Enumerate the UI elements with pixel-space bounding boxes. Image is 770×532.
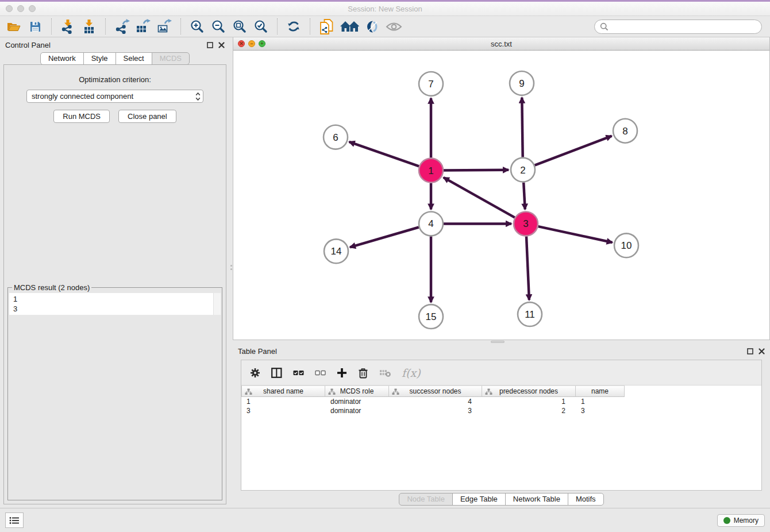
network-analyzer-icon[interactable] bbox=[364, 18, 380, 35]
tab-network-table[interactable]: Network Table bbox=[505, 493, 568, 506]
criterion-dropdown[interactable]: strongly connected component bbox=[26, 90, 203, 103]
first-neighbors-icon[interactable] bbox=[340, 18, 359, 35]
graph-edge-3-1[interactable] bbox=[444, 178, 515, 218]
graph-node-4[interactable]: 4 bbox=[419, 211, 443, 236]
graph-node-3[interactable]: 3 bbox=[514, 211, 538, 236]
zoom-out-icon[interactable] bbox=[210, 18, 226, 35]
network-close-button[interactable]: ✕ bbox=[238, 40, 245, 47]
svg-text:1: 1 bbox=[428, 165, 433, 176]
table-header-row: shared name MCDS role successor nodes bbox=[241, 385, 761, 397]
graph-node-9[interactable]: 9 bbox=[510, 71, 534, 95]
zoom-in-icon[interactable] bbox=[189, 18, 205, 35]
import-network-icon[interactable] bbox=[60, 18, 76, 35]
table-settings-gear-icon[interactable] bbox=[250, 368, 260, 378]
task-history-button[interactable] bbox=[5, 512, 24, 528]
close-table-panel-icon[interactable] bbox=[759, 348, 765, 354]
mcds-tab-content: Optimization criterion: strongly connect… bbox=[3, 64, 226, 504]
tab-mcds[interactable]: MCDS bbox=[152, 52, 190, 65]
graph-node-2[interactable]: 2 bbox=[511, 158, 535, 182]
export-table-icon[interactable] bbox=[135, 18, 151, 35]
create-column-plus-icon[interactable] bbox=[337, 368, 347, 378]
network-minimize-button[interactable]: − bbox=[248, 40, 255, 47]
table-cell[interactable]: 2 bbox=[482, 407, 576, 415]
network-canvas[interactable]: 7968124314101511 bbox=[233, 51, 769, 340]
network-maximize-button[interactable]: + bbox=[259, 40, 265, 47]
column-tree-icon bbox=[392, 388, 399, 395]
graph-edge-3-10[interactable] bbox=[538, 226, 613, 242]
zoom-fit-icon[interactable] bbox=[232, 18, 248, 35]
graph-edge-4-14[interactable] bbox=[350, 227, 419, 247]
svg-text:11: 11 bbox=[525, 309, 535, 320]
import-table-icon[interactable] bbox=[81, 18, 97, 35]
memory-status-icon bbox=[723, 517, 730, 524]
graph-node-10[interactable]: 10 bbox=[614, 233, 638, 257]
graph-node-6[interactable]: 6 bbox=[324, 125, 348, 149]
horizontal-splitter[interactable] bbox=[233, 340, 770, 344]
graph-node-11[interactable]: 11 bbox=[518, 302, 542, 326]
search-input[interactable] bbox=[611, 22, 756, 31]
table-cell[interactable]: 3 bbox=[241, 407, 325, 415]
mcds-buttons: Run MCDS Close panel bbox=[4, 110, 226, 123]
graph-edge-3-11[interactable] bbox=[526, 236, 529, 300]
export-image-icon[interactable] bbox=[156, 18, 172, 35]
table-cell[interactable]: 1 bbox=[482, 398, 576, 406]
column-header-name[interactable]: name bbox=[576, 385, 625, 397]
graph-edge-1-2[interactable] bbox=[444, 170, 509, 171]
graph-node-14[interactable]: 14 bbox=[324, 239, 348, 263]
graph-node-1[interactable]: 1 bbox=[419, 159, 443, 183]
open-session-folder-icon[interactable] bbox=[6, 18, 22, 35]
mcds-result-list[interactable]: 1 3 bbox=[9, 293, 221, 315]
tab-select[interactable]: Select bbox=[116, 52, 152, 65]
table-cell[interactable]: 1 bbox=[241, 398, 325, 406]
window-title: Session: New Session bbox=[0, 5, 770, 13]
tab-node-table[interactable]: Node Table bbox=[399, 493, 453, 506]
graph-node-7[interactable]: 7 bbox=[419, 72, 443, 96]
export-network-icon[interactable] bbox=[114, 18, 130, 35]
status-bar: Memory bbox=[0, 508, 770, 532]
column-header-successor-nodes[interactable]: successor nodes bbox=[389, 385, 482, 397]
zoom-selected-icon[interactable] bbox=[253, 18, 269, 35]
column-tree-icon bbox=[245, 388, 252, 395]
memory-button[interactable]: Memory bbox=[717, 514, 765, 527]
close-panel-button[interactable]: Close panel bbox=[118, 110, 176, 123]
table-cell[interactable]: 3 bbox=[389, 407, 482, 415]
search-icon bbox=[600, 22, 609, 31]
graph-edge-2-9[interactable] bbox=[522, 98, 522, 157]
run-mcds-button[interactable]: Run MCDS bbox=[53, 110, 110, 123]
vertical-splitter[interactable] bbox=[230, 37, 233, 508]
tab-motifs[interactable]: Motifs bbox=[568, 493, 604, 506]
show-hide-eye-icon[interactable] bbox=[386, 18, 402, 35]
refresh-layout-icon[interactable] bbox=[286, 18, 302, 35]
control-panel-tabs: Network Style Select MCDS bbox=[0, 52, 230, 65]
delete-column-trash-icon[interactable] bbox=[358, 367, 368, 379]
select-all-columns-icon[interactable] bbox=[293, 368, 304, 378]
save-session-icon[interactable] bbox=[27, 18, 43, 35]
graph-edge-2-8[interactable] bbox=[535, 136, 612, 165]
svg-text:6: 6 bbox=[333, 132, 338, 143]
table-cell[interactable]: 4 bbox=[389, 398, 482, 406]
graph-edge-2-3[interactable] bbox=[523, 183, 525, 210]
toolbar-separator bbox=[51, 18, 52, 34]
graph-edge-1-6[interactable] bbox=[349, 142, 419, 166]
column-header-mcds-role[interactable]: MCDS role bbox=[325, 385, 389, 397]
column-header-predecessor-nodes[interactable]: predecessor nodes bbox=[482, 385, 576, 397]
float-panel-icon[interactable] bbox=[207, 42, 213, 48]
column-header-shared-name[interactable]: shared name bbox=[241, 385, 325, 397]
table-tabs: Node Table Edge Table Network Table Moti… bbox=[233, 491, 770, 508]
show-columns-icon[interactable] bbox=[271, 368, 282, 378]
tab-network[interactable]: Network bbox=[40, 52, 84, 65]
table-cell[interactable]: dominator bbox=[325, 407, 389, 415]
graph-node-8[interactable]: 8 bbox=[613, 119, 637, 143]
result-scrollbar[interactable] bbox=[213, 293, 221, 315]
float-table-panel-icon[interactable] bbox=[747, 348, 753, 354]
table-cell[interactable]: 1 bbox=[576, 398, 625, 406]
new-network-from-selection-icon[interactable] bbox=[318, 18, 334, 35]
table-cell[interactable]: 3 bbox=[576, 407, 625, 415]
tab-style[interactable]: Style bbox=[83, 52, 116, 65]
graph-node-15[interactable]: 15 bbox=[419, 304, 443, 329]
deselect-all-columns-icon[interactable] bbox=[315, 368, 326, 378]
table-cell[interactable]: dominator bbox=[325, 398, 389, 406]
criterion-value: strongly connected component bbox=[32, 92, 195, 101]
close-panel-icon[interactable] bbox=[218, 42, 225, 48]
tab-edge-table[interactable]: Edge Table bbox=[452, 493, 506, 506]
